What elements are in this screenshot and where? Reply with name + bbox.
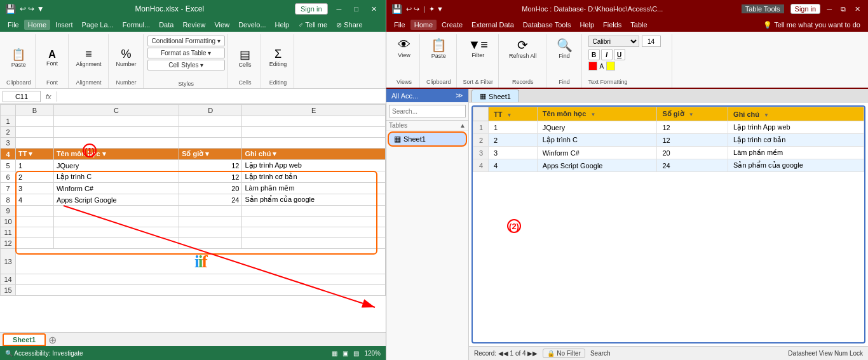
access-nav-item-sheet1[interactable]: ▦ Sheet1 [388,131,467,147]
access-refresh-button[interactable]: ⟳ Refresh All [505,36,541,61]
access-cell-tt-2[interactable]: 2 [489,134,538,147]
excel-cell-c3[interactable] [53,138,179,149]
excel-menu-tellme[interactable]: ♂ Tell me [294,20,331,30]
access-italic-button[interactable]: I [601,49,613,60]
excel-view-normal[interactable]: ▦ [332,350,337,357]
excel-row-15[interactable]: 15 [1,285,16,296]
access-cell-hours-1[interactable]: 12 [657,121,728,134]
excel-row-6[interactable]: 6 [1,171,16,183]
excel-view-page[interactable]: ▤ [353,350,359,357]
access-menu-table[interactable]: Table [627,20,651,30]
access-signin-button[interactable]: Sign in [790,4,821,14]
excel-row-5[interactable]: 5 [1,160,16,171]
excel-row-13[interactable]: 13 [1,249,16,274]
access-menu-home[interactable]: Home [410,20,437,30]
excel-cell-e12[interactable] [242,238,386,249]
access-menu-external[interactable]: External Data [468,20,518,30]
access-search-input[interactable] [389,105,466,117]
excel-cell-tt-header[interactable]: TT ▾ [16,149,54,160]
excel-cell-c12[interactable] [53,238,179,249]
access-cell-name-2[interactable]: Lập trình C [537,134,657,147]
excel-cell-d7[interactable]: 20 [179,183,242,194]
excel-menu-file[interactable]: File [4,20,23,30]
access-find-button[interactable]: 🔍 Find [553,36,576,61]
access-bold-button[interactable]: B [588,49,600,60]
excel-paste-button[interactable]: 📋 Paste [9,46,29,69]
excel-cell-c10[interactable] [53,217,179,227]
excel-cell-c1[interactable] [53,116,179,127]
access-cell-hours-3[interactable]: 20 [657,147,728,159]
excel-number-button[interactable]: % Number [114,46,139,69]
excel-cell-styles-button[interactable]: Cell Styles ▾ [147,60,225,70]
excel-cell-e7[interactable]: Làm phần mềm [242,183,386,194]
excel-row-2[interactable]: 2 [1,127,16,138]
excel-cell-b5[interactable]: 1 [16,160,54,171]
excel-cell-b10[interactable] [16,217,54,227]
excel-row-11[interactable]: 11 [1,227,16,238]
access-close[interactable]: ✕ [852,5,863,13]
excel-cell-name-header[interactable]: Tên môn học ▾ [53,149,179,160]
excel-cell-d8[interactable]: 24 [179,194,242,206]
excel-cell-e10[interactable] [242,217,386,227]
excel-row-3[interactable]: 3 [1,138,16,149]
excel-cell-e5[interactable]: Lập trình App web [242,160,386,171]
excel-cell-e11[interactable] [242,227,386,238]
excel-cell-d6[interactable]: 12 [179,171,242,183]
access-cell-note-1[interactable]: Lập trình App web [728,121,864,134]
excel-menu-pagelayout[interactable]: Page La... [78,20,118,30]
excel-row-7[interactable]: 7 [1,183,16,194]
access-highlight-color-swatch[interactable] [606,62,615,70]
access-menu-help[interactable]: Help [576,20,598,30]
excel-cell-c7[interactable]: Winform C# [53,183,179,194]
excel-row-10[interactable]: 10 [1,217,16,227]
excel-col-b[interactable]: B [16,105,54,116]
excel-view-layout[interactable]: ▣ [342,350,348,357]
excel-cell-e2[interactable] [242,127,386,138]
excel-row-8[interactable]: 8 [1,194,16,206]
excel-cell-b11[interactable] [16,227,54,238]
access-cell-note-2[interactable]: Lập trình cơ bản [728,134,864,147]
excel-cell-c6[interactable]: Lập trình C [53,171,179,183]
excel-maximize[interactable]: □ [350,5,362,13]
access-cell-note-4[interactable]: Sản phẩm của google [728,159,864,172]
excel-font-button[interactable]: A Font [44,48,60,68]
excel-alignment-button[interactable]: ≡ Alignment [74,46,104,69]
excel-sheet1-tab[interactable]: Sheet1 [3,333,46,346]
excel-menu-home[interactable]: Home [24,20,50,30]
excel-cell-e9[interactable] [242,206,386,217]
access-nav-section-chevron[interactable]: ▲ [459,122,466,129]
access-menu-file[interactable]: File [390,20,409,30]
access-underline-button[interactable]: U [614,49,625,60]
excel-cell-note-header[interactable]: Ghi chú ▾ [242,149,386,160]
excel-menu-review[interactable]: Review [179,20,209,30]
excel-cell-b1[interactable] [16,116,54,127]
access-cell-hours-4[interactable]: 24 [657,159,728,172]
excel-cell-b2[interactable] [16,127,54,138]
access-menu-database[interactable]: Database Tools [519,20,575,30]
excel-row-4[interactable]: 4 [1,149,16,160]
access-sheet1-tab[interactable]: ▦ Sheet1 [471,90,519,102]
excel-cell-c8[interactable]: Apps Script Google [53,194,179,206]
excel-cell-b7[interactable]: 3 [16,183,54,194]
access-menu-fields[interactable]: Fields [599,20,625,30]
excel-cell-b8[interactable]: 4 [16,194,54,206]
access-nav-chevron[interactable]: ≫ [456,91,463,100]
access-cell-name-3[interactable]: Winform C# [537,147,657,159]
access-font-selector[interactable]: Calibri [588,36,639,47]
excel-cell-d10[interactable] [179,217,242,227]
excel-cell-d5[interactable]: 12 [179,160,242,171]
access-col-tt[interactable]: TT ▼ [489,107,538,121]
excel-cell-e1[interactable] [242,116,386,127]
excel-cell-d12[interactable] [179,238,242,249]
excel-menu-view[interactable]: View [210,20,233,30]
excel-conditional-formatting-button[interactable]: Conditional Formatting ▾ [147,36,225,46]
access-cell-tt-3[interactable]: 3 [489,147,538,159]
excel-cell-b15[interactable] [16,285,386,296]
excel-cells-button[interactable]: ▤ Cells [236,46,254,69]
access-cell-note-3[interactable]: Làm phần mềm [728,147,864,159]
excel-col-e[interactable]: E [242,105,386,116]
excel-signin-button[interactable]: Sign in [295,3,328,15]
access-cell-name-1[interactable]: JQuery [537,121,657,134]
excel-cell-d1[interactable] [179,116,242,127]
excel-cell-c2[interactable] [53,127,179,138]
